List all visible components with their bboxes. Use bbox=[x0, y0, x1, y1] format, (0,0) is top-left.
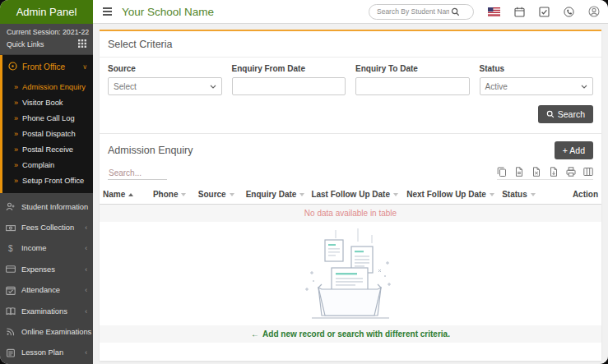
chevron-left-icon: ‹ bbox=[85, 223, 87, 232]
copy-icon[interactable] bbox=[497, 167, 507, 177]
calendar-icon[interactable] bbox=[514, 7, 525, 17]
source-select[interactable]: Select bbox=[108, 77, 222, 95]
user-icon[interactable] bbox=[588, 6, 600, 17]
bullet-icon: » bbox=[14, 177, 18, 185]
empty-hint-row: ←Add new record or search with different… bbox=[100, 325, 601, 343]
table-search-input[interactable] bbox=[108, 167, 167, 180]
sidebar-item-admission-enquiry[interactable]: »Admission Enquiry bbox=[2, 79, 93, 94]
print-icon[interactable] bbox=[566, 167, 576, 177]
chevron-left-icon: ‹ bbox=[85, 307, 87, 316]
sidebar-item-online-examinations[interactable]: Online Examinations‹ bbox=[0, 321, 93, 342]
dollar-icon: $ bbox=[6, 244, 16, 253]
sidebar-item-postal-receive[interactable]: »Postal Receive bbox=[2, 141, 93, 157]
table-toolbar bbox=[100, 165, 601, 185]
quick-links-label[interactable]: Quick Links bbox=[7, 40, 44, 48]
empty-hint: ←Add new record or search with different… bbox=[100, 325, 601, 343]
grid-icon[interactable] bbox=[78, 39, 86, 49]
status-label: Status bbox=[480, 64, 594, 73]
chevron-left-icon: ‹ bbox=[85, 244, 87, 252]
student-search bbox=[369, 4, 474, 20]
broadcast-icon bbox=[6, 327, 16, 336]
sidebar-item-phone-call-log[interactable]: »Phone Call Log bbox=[2, 110, 93, 126]
session-block: Current Session: 2021-22 Quick Links bbox=[0, 24, 93, 55]
search-button[interactable]: Search bbox=[538, 105, 593, 123]
topbar-actions bbox=[369, 4, 600, 20]
enquiry-header: Admission Enquiry + Add bbox=[100, 134, 601, 165]
sidebar-item-lesson-plan[interactable]: Lesson Plan‹ bbox=[0, 343, 93, 363]
app-window: Admin Panel Your School Name bbox=[0, 0, 608, 364]
columns-icon[interactable] bbox=[583, 167, 593, 177]
sidebar-item-attendance[interactable]: Attendance‹ bbox=[0, 280, 93, 301]
chevron-left-icon: ‹ bbox=[85, 286, 87, 294]
enquiry-from-date-input[interactable] bbox=[238, 81, 341, 92]
status-select[interactable]: Active bbox=[480, 77, 594, 95]
csv-export-icon[interactable] bbox=[549, 167, 559, 177]
sort-icon bbox=[299, 193, 304, 196]
topbar: Your School Name bbox=[93, 0, 608, 24]
sidebar-toggle-icon[interactable] bbox=[101, 6, 114, 17]
book-icon bbox=[6, 306, 16, 316]
student-icon bbox=[6, 202, 16, 211]
sidebar-menu: Student Information‹ Fees Collection‹ $ … bbox=[0, 196, 93, 364]
select-criteria-title: Select Criteria bbox=[100, 31, 601, 58]
admission-enquiry-title: Admission Enquiry bbox=[108, 145, 193, 156]
front-office-submenu: »Admission Enquiry »Visitor Book »Phone … bbox=[2, 79, 93, 190]
sidebar: Current Session: 2021-22 Quick Links Fro… bbox=[0, 24, 93, 364]
money-icon bbox=[6, 223, 16, 233]
enquiry-to-date-input[interactable] bbox=[361, 81, 464, 92]
column-header-last-follow-up[interactable]: Last Follow Up Date bbox=[308, 185, 403, 205]
search-icon[interactable] bbox=[451, 7, 460, 16]
column-header-enquiry-date[interactable]: Enquiry Date bbox=[243, 185, 309, 205]
sidebar-item-setup-front-office[interactable]: »Setup Front Office bbox=[2, 173, 93, 188]
sidebar-item-examinations[interactable]: Examinations‹ bbox=[0, 301, 93, 321]
criteria-actions: Search bbox=[100, 97, 601, 133]
column-header-status[interactable]: Status bbox=[499, 185, 556, 205]
sidebar-item-student-information[interactable]: Student Information‹ bbox=[0, 196, 93, 217]
clipboard-icon bbox=[6, 348, 16, 357]
front-office-label: Front Office bbox=[22, 62, 65, 71]
sidebar-item-complain[interactable]: »Complain bbox=[2, 157, 93, 173]
column-header-next-follow-up[interactable]: Next Follow Up Date bbox=[403, 185, 499, 205]
excel-export-icon[interactable] bbox=[531, 167, 541, 177]
header: Admin Panel Your School Name bbox=[0, 0, 608, 24]
school-name: Your School Name bbox=[122, 6, 214, 18]
bullet-icon: » bbox=[14, 83, 18, 91]
bullet-icon: » bbox=[14, 130, 18, 138]
chevron-left-icon: ‹ bbox=[85, 265, 87, 274]
card-bottom-space bbox=[100, 343, 601, 361]
student-search-input[interactable] bbox=[375, 7, 451, 16]
calendar-check-icon bbox=[6, 286, 16, 295]
bullet-icon: » bbox=[14, 145, 18, 154]
enquiry-to-date-label: Enquiry To Date bbox=[355, 64, 470, 73]
front-office-icon bbox=[8, 62, 17, 72]
sort-asc-icon bbox=[128, 193, 133, 196]
sort-icon bbox=[393, 193, 398, 196]
column-header-phone[interactable]: Phone bbox=[150, 185, 195, 205]
chevron-down-icon: ∨ bbox=[82, 63, 87, 71]
chevron-left-icon: ‹ bbox=[85, 348, 87, 357]
bullet-icon: » bbox=[14, 114, 18, 122]
sidebar-item-front-office[interactable]: Front Office ∨ bbox=[2, 55, 93, 79]
sort-icon bbox=[181, 193, 186, 196]
enquiry-from-date-label: Enquiry From Date bbox=[232, 64, 346, 73]
enquiry-table: Name Phone Source Enquiry Date Last Foll… bbox=[100, 185, 601, 343]
source-field: Source Select bbox=[108, 64, 222, 95]
sidebar-item-expenses[interactable]: Expenses‹ bbox=[0, 259, 93, 279]
no-data-text: No data available in table bbox=[100, 205, 601, 223]
pdf-export-icon[interactable] bbox=[514, 167, 524, 177]
tasks-icon[interactable] bbox=[539, 7, 550, 17]
column-header-source[interactable]: Source bbox=[195, 185, 243, 205]
sort-icon bbox=[490, 193, 494, 196]
empty-state-illustration bbox=[289, 228, 412, 320]
sidebar-item-visitor-book[interactable]: »Visitor Book bbox=[2, 94, 93, 110]
sidebar-item-fees-collection[interactable]: Fees Collection‹ bbox=[0, 217, 93, 237]
sidebar-item-postal-dispatch[interactable]: »Postal Dispatch bbox=[2, 126, 93, 141]
phone-icon[interactable] bbox=[564, 7, 574, 17]
empty-message-row: No data available in table bbox=[100, 205, 601, 223]
language-flag-icon[interactable] bbox=[488, 7, 500, 16]
current-session: Current Session: 2021-22 bbox=[7, 28, 86, 36]
add-button[interactable]: + Add bbox=[555, 141, 593, 159]
sidebar-item-income[interactable]: $ Income‹ bbox=[0, 238, 93, 259]
column-header-name[interactable]: Name bbox=[100, 185, 150, 205]
table-header-row: Name Phone Source Enquiry Date Last Foll… bbox=[100, 185, 601, 205]
